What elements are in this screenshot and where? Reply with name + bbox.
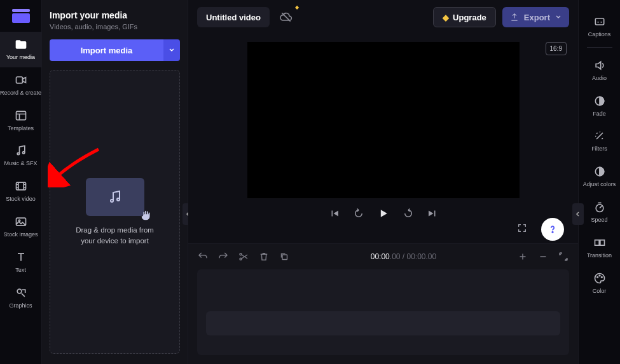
right-speed[interactable]: Speed [579,194,621,230]
zoom-out-button[interactable] [537,251,549,262]
rail-label: Stock images [3,231,38,238]
delete-button[interactable] [258,251,270,262]
svg-point-4 [17,153,19,155]
duplicate-button[interactable] [279,251,290,262]
cloud-sync-off-button[interactable]: ◆ [276,7,296,27]
right-label: Audio [592,75,607,82]
rail-your-media[interactable]: Your media [0,32,42,67]
right-color[interactable]: Color [579,266,621,301]
right-label: Filters [591,145,607,152]
upgrade-button[interactable]: ◆ Upgrade [433,7,496,27]
video-preview-canvas[interactable] [247,42,520,198]
cloud-off-icon [280,11,293,24]
aspect-ratio-selector[interactable]: 16:9 [546,42,567,55]
import-button-group: Import media [50,39,180,61]
redo-button[interactable] [217,251,229,262]
music-icon [107,189,123,205]
import-dropdown-toggle[interactable] [163,39,180,61]
video-title[interactable]: Untitled video [197,7,270,27]
right-fade[interactable]: Fade [579,88,621,124]
rail-stock-video[interactable]: Stock video [0,173,42,209]
svg-point-23 [596,276,598,278]
panel-title: Import your media [50,10,180,20]
skip-start-button[interactable] [329,208,340,222]
svg-rect-22 [600,240,604,245]
svg-rect-21 [595,240,599,245]
svg-point-10 [111,199,113,202]
rail-label: Graphics [9,302,32,309]
question-icon [547,224,558,235]
dropzone-text-1: Drag & drop media from [76,225,154,235]
svg-point-24 [599,275,600,276]
rail-stock-images[interactable]: Stock images [0,209,42,245]
chevron-left-icon [575,211,581,217]
diamond-icon: ◆ [443,13,449,22]
svg-point-13 [552,232,553,233]
timeline-timecode: 00:00.00 / 00:00.00 [371,252,436,261]
rail-graphics[interactable]: Graphics [0,280,42,316]
svg-rect-16 [282,255,287,260]
right-transition[interactable]: Transition [579,230,621,266]
fit-timeline-button[interactable] [558,251,569,262]
media-dropzone[interactable]: Drag & drop media from your device to im… [50,70,180,354]
rail-label: Stock video [6,196,36,203]
undo-button[interactable] [197,251,209,262]
svg-point-5 [22,152,24,154]
svg-point-14 [240,253,242,255]
svg-point-9 [17,289,22,293]
timeline-section: 00:00.00 / 00:00.00 [188,243,578,364]
chevron-down-icon [169,47,175,53]
playback-controls [329,207,438,222]
svg-rect-3 [16,111,25,119]
svg-rect-6 [16,182,25,190]
export-button[interactable]: Export [502,7,569,27]
app-logo [12,9,30,23]
zoom-in-button[interactable] [517,251,528,262]
svg-rect-2 [16,77,22,83]
split-button[interactable] [238,251,249,262]
media-panel: Import your media Videos, audio, images,… [42,0,188,364]
rail-music-sfx[interactable]: Music & SFX [0,138,42,173]
svg-rect-1 [12,13,30,23]
right-adjust-colors[interactable]: Adjust colors [579,159,621,194]
export-label: Export [524,13,550,22]
forward-button[interactable] [403,208,414,222]
rail-label: Record & create [0,90,41,97]
dropzone-graphic [86,178,144,216]
svg-rect-0 [12,9,30,12]
right-label: Adjust colors [583,181,616,188]
import-media-button[interactable]: Import media [50,39,163,61]
rail-label: Templates [8,125,34,132]
rail-label: Music & SFX [4,160,37,167]
fullscreen-icon [517,223,527,233]
skip-end-button[interactable] [427,208,438,222]
svg-point-20 [596,205,603,212]
right-captions[interactable]: Captions [579,9,621,44]
timeline-tracks[interactable] [197,269,569,355]
chevron-down-icon [555,14,561,20]
grab-hand-icon [139,208,153,222]
right-label: Color [593,288,607,295]
right-audio[interactable]: Audio [579,53,621,88]
svg-point-11 [117,198,120,201]
play-button[interactable] [377,207,390,222]
fullscreen-button[interactable] [517,223,527,236]
help-button[interactable] [541,218,564,241]
topbar: Untitled video ◆ ◆ Upgrade Export [188,0,578,34]
preview-area: 16:9 [188,34,578,243]
panel-subtitle: Videos, audio, images, GIFs [50,23,180,30]
svg-point-25 [601,276,602,278]
svg-rect-17 [595,18,603,25]
rail-record-create[interactable]: Record & create [0,67,42,103]
upload-icon [510,13,519,22]
right-filters[interactable]: Filters [579,123,621,159]
svg-point-15 [240,258,242,260]
divider [587,47,612,48]
upgrade-label: Upgrade [453,13,486,22]
collapse-right-rail[interactable] [572,203,584,225]
rail-label: Text [15,267,26,274]
rail-text[interactable]: Text [0,245,42,280]
rewind-button[interactable] [353,208,364,222]
right-properties-rail: Captions Audio Fade Filters Adjust color… [578,0,620,364]
rail-templates[interactable]: Templates [0,103,42,138]
